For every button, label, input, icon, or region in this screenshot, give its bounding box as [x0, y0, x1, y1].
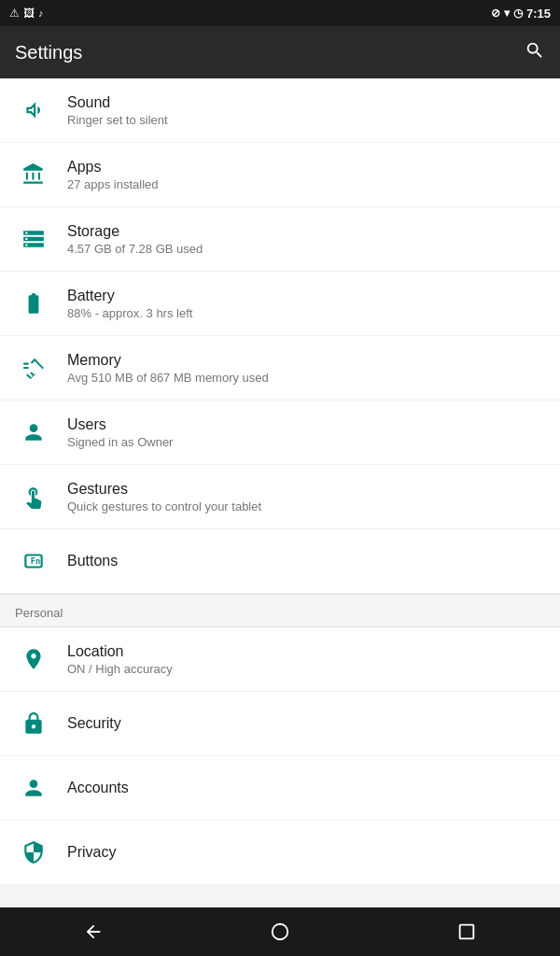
memory-icon [15, 349, 52, 387]
security-icon [15, 705, 52, 742]
tiktok-icon: ♪ [38, 7, 44, 19]
gestures-title: Gestures [67, 481, 261, 498]
svg-text:Fn: Fn [31, 556, 40, 566]
privacy-text: Privacy [67, 844, 116, 861]
page-title: Settings [15, 42, 82, 63]
svg-rect-3 [460, 925, 474, 939]
users-text: Users Signed in as Owner [67, 416, 173, 449]
privacy-icon [15, 834, 52, 871]
settings-item-users[interactable]: Users Signed in as Owner [0, 401, 560, 465]
home-button[interactable] [252, 913, 308, 950]
memory-text: Memory Avg 510 MB of 867 MB memory used [67, 352, 269, 385]
gestures-icon [15, 478, 52, 515]
security-text: Security [67, 715, 121, 732]
apps-title: Apps [67, 159, 159, 176]
users-icon [15, 414, 52, 451]
sound-text: Sound Ringer set to silent [67, 94, 168, 127]
gestures-text: Gestures Quick gestures to control your … [67, 481, 261, 513]
settings-item-accounts[interactable]: Accounts [0, 756, 560, 821]
users-subtitle: Signed in as Owner [67, 435, 173, 449]
accounts-icon [15, 769, 52, 807]
storage-title: Storage [67, 223, 203, 240]
recents-button[interactable] [439, 913, 495, 950]
apps-icon [15, 156, 52, 193]
buttons-icon: Fn [15, 542, 52, 580]
battery-icon [15, 285, 52, 322]
sound-title: Sound [67, 94, 168, 111]
storage-subtitle: 4.57 GB of 7.28 GB used [67, 242, 203, 256]
apps-text: Apps 27 apps installed [67, 159, 159, 191]
sound-subtitle: Ringer set to silent [67, 113, 168, 127]
image-icon: 🖼 [23, 7, 35, 20]
buttons-title: Buttons [67, 553, 118, 569]
status-right-icons: ⊘ ▾ ◷ 7:15 [491, 7, 551, 21]
status-left-icons: ⚠ 🖼 ♪ [9, 7, 44, 20]
settings-item-storage[interactable]: Storage 4.57 GB of 7.28 GB used [0, 207, 560, 272]
battery-title: Battery [67, 288, 192, 304]
settings-list: Sound Ringer set to silent Apps 27 apps … [0, 78, 560, 885]
privacy-title: Privacy [67, 844, 116, 861]
memory-title: Memory [67, 352, 269, 369]
main-content: Sound Ringer set to silent Apps 27 apps … [0, 78, 560, 907]
settings-item-sound[interactable]: Sound Ringer set to silent [0, 78, 560, 143]
clock-icon: ◷ [513, 7, 523, 20]
apps-subtitle: 27 apps installed [67, 177, 159, 191]
memory-subtitle: Avg 510 MB of 867 MB memory used [67, 371, 269, 385]
location-subtitle: ON / High accuracy [67, 662, 173, 676]
svg-point-2 [273, 924, 288, 940]
status-bar: ⚠ 🖼 ♪ ⊘ ▾ ◷ 7:15 [0, 0, 560, 26]
battery-text: Battery 88% - approx. 3 hrs left [67, 288, 192, 320]
nav-bar [0, 907, 560, 956]
sound-icon [15, 91, 52, 129]
location-title: Location [67, 643, 173, 660]
back-button[interactable] [65, 913, 121, 950]
settings-header: Settings [0, 26, 560, 78]
wifi-icon: ▾ [504, 7, 510, 20]
settings-item-apps[interactable]: Apps 27 apps installed [0, 143, 560, 207]
gestures-subtitle: Quick gestures to control your tablet [67, 499, 261, 513]
do-not-disturb-icon: ⊘ [491, 7, 500, 20]
settings-item-memory[interactable]: Memory Avg 510 MB of 867 MB memory used [0, 336, 560, 401]
storage-icon [15, 220, 52, 258]
battery-subtitle: 88% - approx. 3 hrs left [67, 306, 192, 320]
personal-section-header: Personal [0, 594, 560, 627]
settings-item-battery[interactable]: Battery 88% - approx. 3 hrs left [0, 272, 560, 336]
location-icon [15, 640, 52, 678]
alert-icon: ⚠ [9, 7, 20, 20]
settings-item-privacy[interactable]: Privacy [0, 821, 560, 885]
buttons-text: Buttons [67, 553, 118, 569]
security-title: Security [67, 715, 121, 732]
location-text: Location ON / High accuracy [67, 643, 173, 676]
accounts-title: Accounts [67, 780, 129, 796]
settings-item-gestures[interactable]: Gestures Quick gestures to control your … [0, 465, 560, 529]
users-title: Users [67, 416, 173, 433]
settings-item-location[interactable]: Location ON / High accuracy [0, 627, 560, 692]
settings-item-buttons[interactable]: Fn Buttons [0, 529, 560, 594]
search-button[interactable] [525, 40, 545, 65]
settings-item-security[interactable]: Security [0, 692, 560, 756]
time-display: 7:15 [526, 7, 551, 21]
accounts-text: Accounts [67, 780, 129, 796]
storage-text: Storage 4.57 GB of 7.28 GB used [67, 223, 203, 256]
personal-section-title: Personal [15, 606, 63, 620]
